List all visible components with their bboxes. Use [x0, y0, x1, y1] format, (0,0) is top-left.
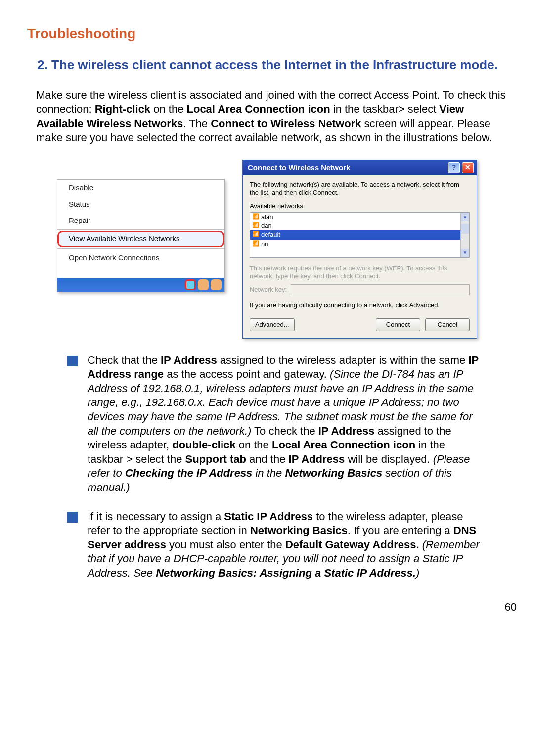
bullet-static-ip: If it is necessary to assign a Static IP…: [67, 510, 482, 580]
taskbar-context-menu: Disable Status Repair View Available Wir…: [57, 179, 225, 292]
cancel-button[interactable]: Cancel: [425, 318, 470, 331]
bullet-square-icon: [67, 356, 78, 366]
connect-wireless-dialog: Connect to Wireless Network ? ✕ The foll…: [242, 160, 477, 339]
bullet-ip-address: Check that the IP Address assigned to th…: [67, 354, 482, 495]
dialog-description: The following network(s) are available. …: [250, 181, 470, 197]
taskbar-tray: [57, 278, 224, 292]
menu-separator: [57, 229, 224, 230]
help-icon[interactable]: ?: [448, 162, 460, 173]
menu-item-status[interactable]: Status: [57, 196, 224, 213]
network-item[interactable]: nn: [250, 240, 460, 249]
scroll-up-icon[interactable]: ▲: [461, 213, 469, 221]
network-tray-icon[interactable]: [185, 279, 196, 290]
close-icon[interactable]: ✕: [462, 162, 474, 173]
scroll-down-icon[interactable]: ▼: [461, 249, 469, 257]
network-key-label: Network key:: [250, 286, 287, 294]
page-number: 60: [27, 600, 517, 614]
menu-item-repair[interactable]: Repair: [57, 213, 224, 229]
available-networks-label: Available networks:: [250, 202, 470, 210]
menu-item-view-available-networks[interactable]: View Available Wireless Networks: [57, 231, 224, 247]
advanced-hint: If you are having difficulty connecting …: [250, 301, 470, 309]
tray-icon[interactable]: [198, 279, 209, 290]
intro-paragraph: Make sure the wireless client is associa…: [36, 89, 507, 145]
scroll-thumb[interactable]: [461, 224, 469, 234]
network-item-selected[interactable]: default: [250, 230, 460, 239]
bullet-square-icon: [67, 512, 78, 523]
list-scrollbar[interactable]: ▲ ▼: [460, 213, 469, 257]
section-title: Troubleshooting: [27, 25, 507, 42]
tray-icon[interactable]: [211, 279, 222, 290]
dialog-title: Connect to Wireless Network: [248, 163, 446, 173]
advanced-button[interactable]: Advanced...: [250, 318, 295, 331]
wep-hint: This network requires the use of a netwo…: [250, 265, 470, 281]
dialog-title-bar[interactable]: Connect to Wireless Network ? ✕: [243, 160, 477, 175]
menu-separator: [57, 248, 224, 249]
available-networks-list[interactable]: alan dan default nn ▲ ▼: [250, 212, 470, 258]
subsection-heading: 2. The wireless client cannot access the…: [27, 57, 507, 74]
network-key-input[interactable]: [291, 284, 470, 295]
menu-item-open-network-connections[interactable]: Open Network Connections: [57, 250, 224, 266]
network-item[interactable]: dan: [250, 222, 460, 230]
illustration-row: Disable Status Repair View Available Wir…: [57, 160, 477, 339]
network-item[interactable]: alan: [250, 213, 460, 222]
menu-item-disable[interactable]: Disable: [57, 180, 224, 196]
connect-button[interactable]: Connect: [376, 318, 420, 331]
